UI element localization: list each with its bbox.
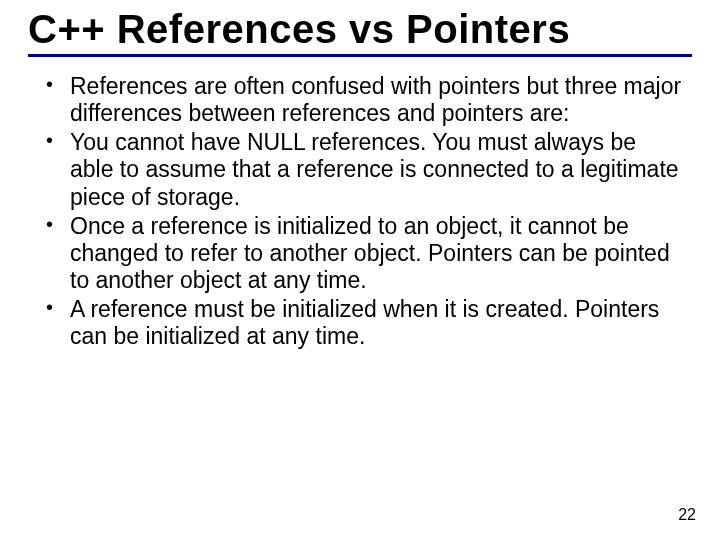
list-item: Once a reference is initialized to an ob… [52, 213, 684, 294]
page-number: 22 [678, 506, 696, 524]
slide-title: C++ References vs Pointers [28, 8, 692, 50]
slide: C++ References vs Pointers References ar… [0, 0, 720, 540]
bullet-list: References are often confused with point… [28, 73, 692, 350]
list-item: You cannot have NULL references. You mus… [52, 129, 684, 210]
list-item: References are often confused with point… [52, 73, 684, 127]
list-item: A reference must be initialized when it … [52, 296, 684, 350]
title-underline [28, 54, 692, 57]
